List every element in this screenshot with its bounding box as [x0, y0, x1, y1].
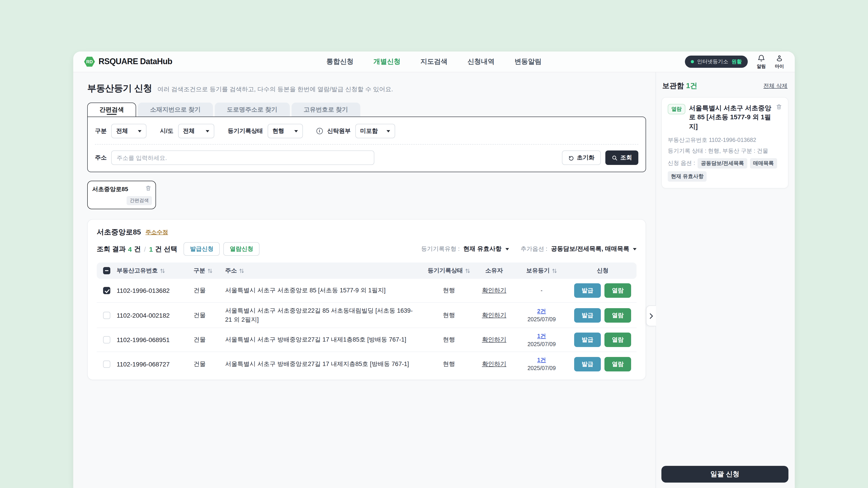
holdings-count: -	[541, 287, 542, 294]
issue-button[interactable]: 발급	[574, 332, 601, 347]
cell-address: 서울특별시 서초구 방배중앙로27길 17 내제1층85호 [방배동 767-1…	[225, 335, 424, 344]
search-tabs: 간편검색 소재지번으로 찾기 도로명주소로 찾기 고유번호로 찾기	[87, 103, 646, 117]
cart-options-label: 신청 옵션 :	[668, 160, 695, 167]
cell-address: 서울특별시 서초구 방배중앙로27길 17 내제지층85호 [방배동 767-1…	[225, 360, 424, 368]
notifications-button[interactable]: 알림	[757, 54, 766, 69]
status-dot-icon	[691, 60, 694, 63]
results-keyword: 서초중앙로85	[97, 228, 141, 237]
holdings-count-link[interactable]: 1건	[537, 357, 546, 364]
cell-type: 건물	[193, 287, 225, 295]
app-header: RD RSQUARE DataHub 통합신청 개별신청 지도검색 신청내역 변…	[73, 52, 795, 72]
issue-button[interactable]: 발급	[574, 308, 601, 322]
view-request-button[interactable]: 열람신청	[223, 242, 259, 256]
row-checkbox[interactable]	[103, 360, 110, 367]
reset-button[interactable]: 초기화	[562, 151, 601, 165]
brand-name: RSQUARE DataHub	[98, 57, 172, 66]
select-all-checkbox[interactable]	[103, 267, 110, 274]
region-select[interactable]: 전체	[178, 124, 214, 138]
sort-icon[interactable]	[160, 268, 165, 273]
row-checkbox[interactable]	[103, 312, 110, 319]
cart-item-status: 등기기록 상태 : 현행, 부동산 구분 : 건물	[668, 147, 782, 155]
chevron-down-icon	[633, 248, 637, 250]
desktop-background: RD RSQUARE DataHub 통합신청 개별신청 지도검색 신청내역 변…	[0, 0, 868, 488]
view-button[interactable]: 열람	[604, 308, 631, 322]
record-type-option[interactable]: 등기기록유형 : 현재 유효사항	[421, 245, 509, 253]
trash-icon[interactable]	[145, 185, 151, 192]
header-right: 인터넷등기소 원활 알림 마이	[685, 54, 784, 69]
extra-options[interactable]: 추가옵션 : 공동담보/전세목록, 매매목록	[521, 245, 637, 253]
panel-collapse-button[interactable]	[646, 305, 656, 326]
chevron-down-icon	[386, 130, 390, 132]
trash-icon[interactable]	[776, 103, 782, 110]
holdings-date: 2025/07/09	[527, 365, 556, 371]
tab-unique-number-search[interactable]: 고유번호로 찾기	[291, 103, 360, 117]
view-button[interactable]: 열람	[604, 283, 631, 298]
nav-item-request-history[interactable]: 신청내역	[467, 57, 495, 66]
results-total-count: 4	[128, 245, 132, 253]
chevron-down-icon	[206, 130, 209, 132]
results-card: 서초중앙로85 주소수정 조회 결과 4 건 / 1 건 선택	[87, 219, 646, 380]
info-icon[interactable]: i	[316, 128, 322, 134]
issue-button[interactable]: 발급	[574, 357, 601, 371]
results-selected-count: 1	[149, 245, 153, 253]
sort-icon[interactable]	[465, 268, 470, 273]
row-checkbox[interactable]	[103, 287, 110, 294]
issue-request-button[interactable]: 발급신청	[184, 242, 220, 256]
nav-item-individual-request[interactable]: 개별신청	[373, 57, 401, 66]
edit-address-link[interactable]: 주소수정	[146, 229, 168, 236]
type-select[interactable]: 전체	[111, 124, 147, 138]
record-status-select[interactable]: 현행	[268, 124, 303, 138]
bulk-submit-button[interactable]: 일괄 신청	[661, 466, 788, 483]
brand-logo[interactable]: RD RSQUARE DataHub	[84, 56, 172, 67]
holdings-count-link[interactable]: 2건	[537, 308, 546, 315]
cell-record-status: 현행	[424, 360, 474, 368]
cell-type: 건물	[193, 311, 225, 319]
owner-check-link[interactable]: 확인하기	[482, 360, 506, 368]
view-button[interactable]: 열람	[604, 357, 631, 371]
filter-label-record-status: 등기기록상태	[228, 127, 263, 135]
nav-item-integrated-request[interactable]: 통합신청	[327, 57, 353, 66]
sort-icon[interactable]	[239, 268, 244, 273]
table-row: 1102-2004-002182 건물 서울특별시 서초구 서초중앙로22길 8…	[97, 303, 637, 328]
nav-item-change-alerts[interactable]: 변동알림	[515, 57, 541, 66]
view-button[interactable]: 열람	[604, 332, 631, 347]
saved-search-tag: 간편검색	[127, 196, 152, 205]
trust-register-select[interactable]: 미포함	[355, 124, 395, 138]
tab-quick-search[interactable]: 간편검색	[87, 103, 136, 117]
saved-search-keyword: 서초중앙로85	[92, 185, 151, 193]
owner-check-link[interactable]: 확인하기	[482, 336, 506, 344]
search-icon	[612, 155, 618, 161]
owner-check-link[interactable]: 확인하기	[482, 311, 506, 319]
divider	[95, 144, 638, 144]
cell-address: 서울특별시 서초구 서초중앙로22길 85 서초동대림빌딩 [서초동 1639-…	[225, 306, 424, 324]
holdings-count-link[interactable]: 1건	[537, 332, 546, 340]
clear-all-link[interactable]: 전체 삭제	[763, 82, 787, 90]
saved-search-card[interactable]: 서초중앙로85 간편검색	[87, 181, 156, 209]
issue-button[interactable]: 발급	[574, 283, 601, 298]
sort-icon[interactable]	[208, 268, 213, 273]
page-head: 부동산등기 신청 여러 검색조건으로 등기를 검색하고, 다수의 등본을 한번에…	[87, 82, 646, 94]
cart-panel: 보관함 1건 전체 삭제 열람 서울특별시 서초구 서초중앙로 85 [서초동 …	[655, 72, 795, 488]
holdings-date: 2025/07/09	[527, 341, 556, 347]
cell-property-id: 1102-1996-013682	[117, 287, 193, 294]
cart-count: 1건	[686, 82, 698, 90]
tab-road-address-search[interactable]: 도로명주소로 찾기	[215, 103, 290, 117]
nav-item-map-search[interactable]: 지도검색	[421, 57, 447, 66]
search-button[interactable]: 조회	[605, 151, 638, 165]
cell-record-status: 현행	[424, 287, 474, 295]
my-page-button[interactable]: 마이	[775, 54, 784, 69]
table-header: 부동산고유번호 구분 주소 등기기록상태 소유자 보유등기 신청	[97, 263, 637, 279]
brand-hex-icon: RD	[84, 56, 95, 67]
cell-property-id: 1102-1996-068727	[117, 360, 193, 367]
row-checkbox[interactable]	[103, 336, 110, 344]
cart-item-title: 서울특별시 서초구 서초중앙로 85 [서초동 1577-9 외 1필지]	[689, 103, 772, 131]
cell-record-status: 현행	[424, 311, 474, 319]
address-input[interactable]	[111, 151, 374, 165]
sort-icon[interactable]	[552, 268, 557, 273]
chevron-down-icon	[294, 130, 298, 132]
tab-lot-number-search[interactable]: 소재지번으로 찾기	[138, 103, 213, 117]
cell-property-id: 1102-1996-068951	[117, 336, 193, 344]
cart-title: 보관함 1건	[662, 81, 698, 91]
owner-check-link[interactable]: 확인하기	[482, 287, 506, 295]
holdings-date: 2025/07/09	[527, 316, 556, 323]
